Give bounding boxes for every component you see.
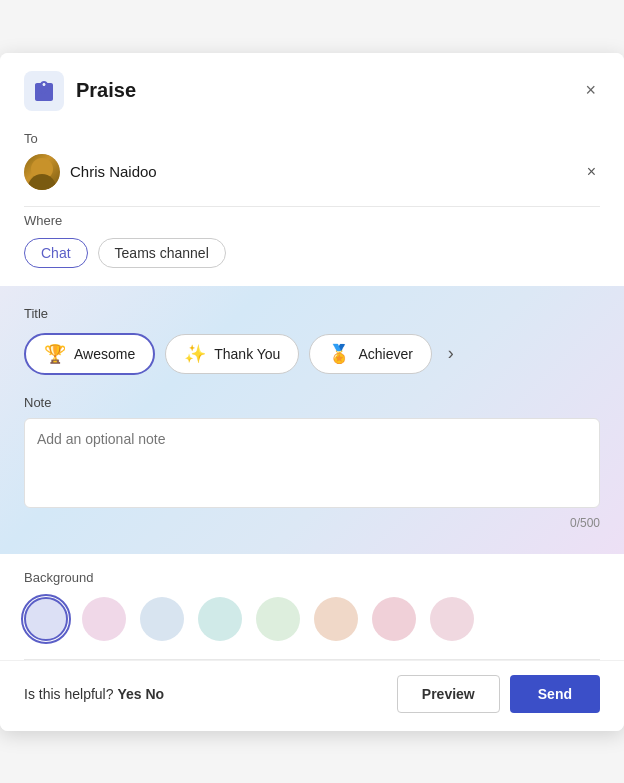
footer: Is this helpful? Yes No Preview Send: [0, 660, 624, 731]
where-teams-button[interactable]: Teams channel: [98, 238, 226, 268]
background-section: Background: [0, 554, 624, 659]
recipient-info: Chris Naidoo: [24, 154, 157, 190]
recipient-name: Chris Naidoo: [70, 163, 157, 180]
title-label: Title: [24, 306, 600, 321]
close-icon: ×: [585, 80, 596, 101]
title-achiever-button[interactable]: 🏅 Achiever: [309, 334, 431, 374]
where-chat-button[interactable]: Chat: [24, 238, 88, 268]
send-button[interactable]: Send: [510, 675, 600, 713]
header-left: Praise: [24, 71, 136, 111]
bg-circle-lavender[interactable]: [24, 597, 68, 641]
bg-circle-pink[interactable]: [82, 597, 126, 641]
bg-circle-peach[interactable]: [314, 597, 358, 641]
praise-modal: Praise × To Chris Naidoo × Whe: [0, 53, 624, 731]
title-buttons: 🏆 Awesome ✨ Thank You 🏅 Achiever ›: [24, 333, 600, 375]
bg-circle-light-blue[interactable]: [140, 597, 184, 641]
remove-recipient-button[interactable]: ×: [583, 159, 600, 185]
where-label: Where: [24, 213, 600, 228]
thankyou-icon: ✨: [184, 343, 206, 365]
bg-circle-rose[interactable]: [430, 597, 474, 641]
helpful-text: Is this helpful? Yes No: [24, 686, 164, 702]
where-section: Where Chat Teams channel: [0, 207, 624, 286]
background-circles: [24, 597, 600, 641]
helpful-yes[interactable]: Yes: [117, 686, 141, 702]
gradient-section: Title 🏆 Awesome ✨ Thank You 🏅 Achiever ›…: [0, 286, 624, 554]
footer-buttons: Preview Send: [397, 675, 600, 713]
avatar: [24, 154, 60, 190]
bg-circle-light-green[interactable]: [256, 597, 300, 641]
title-awesome-button[interactable]: 🏆 Awesome: [24, 333, 155, 375]
title-thankyou-button[interactable]: ✨ Thank You: [165, 334, 299, 374]
preview-button[interactable]: Preview: [397, 675, 500, 713]
to-section: To Chris Naidoo ×: [0, 125, 624, 206]
helpful-no[interactable]: No: [145, 686, 164, 702]
char-count: 0/500: [24, 516, 600, 530]
note-label: Note: [24, 395, 600, 410]
awesome-label: Awesome: [74, 346, 135, 362]
title-more-button[interactable]: ›: [442, 337, 460, 370]
awesome-icon: 🏆: [44, 343, 66, 365]
praise-icon: [24, 71, 64, 111]
achiever-label: Achiever: [358, 346, 412, 362]
background-label: Background: [24, 570, 600, 585]
recipient-row: Chris Naidoo ×: [24, 154, 600, 190]
achiever-icon: 🏅: [328, 343, 350, 365]
modal-title: Praise: [76, 79, 136, 102]
avatar-image: [24, 154, 60, 190]
bg-circle-mint[interactable]: [198, 597, 242, 641]
modal-header: Praise ×: [0, 53, 624, 125]
thankyou-label: Thank You: [214, 346, 280, 362]
where-buttons: Chat Teams channel: [24, 238, 600, 268]
helpful-question: Is this helpful?: [24, 686, 114, 702]
to-label: To: [24, 131, 600, 146]
bg-circle-blush[interactable]: [372, 597, 416, 641]
note-textarea[interactable]: [24, 418, 600, 508]
chevron-right-icon: ›: [448, 343, 454, 364]
close-button[interactable]: ×: [581, 76, 600, 105]
avatar-body: [28, 174, 56, 190]
